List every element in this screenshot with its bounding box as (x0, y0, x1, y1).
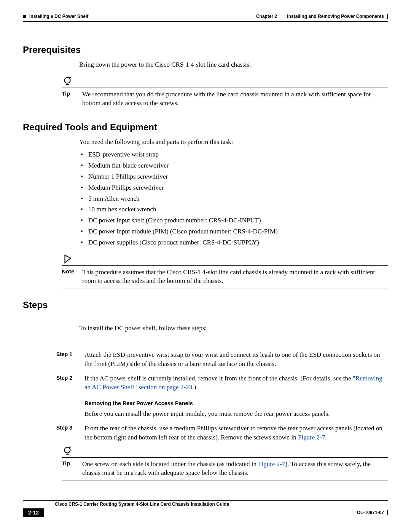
square-marker-icon (23, 15, 26, 18)
subsection-heading: Removing the Rear Power Access Panels (84, 399, 388, 407)
svg-point-3 (64, 447, 70, 453)
page-header: Installing a DC Power Shelf Chapter 2 In… (23, 14, 388, 19)
bar-marker-icon (387, 510, 388, 515)
step-3-text-a: From the rear of the chassis, use a medi… (84, 425, 382, 441)
step-row: Step 2 If the AC power shelf is currentl… (56, 374, 388, 419)
steps-heading: Steps (23, 300, 388, 310)
list-item: Medium Phillips screwdriver (79, 184, 388, 192)
step-2-text-b: .) (192, 383, 196, 391)
header-chapter-label: Chapter 2 (256, 14, 277, 19)
header-chapter-title: Installing and Removing Power Components (287, 14, 384, 19)
list-item: DC power input module (PIM) (Cisco produ… (79, 227, 388, 236)
prerequisites-heading: Prerequisites (23, 45, 388, 55)
tip-icon (62, 446, 73, 456)
steps-intro: To install the DC power shelf, follow th… (79, 324, 388, 333)
tip-callout: Tip We recommend that you do this proced… (62, 76, 388, 111)
tools-heading: Required Tools and Equipment (23, 122, 388, 133)
tools-intro: You need the following tools and parts t… (79, 138, 388, 147)
step-3-label: Step 3 (56, 424, 77, 442)
note-callout: Note This procedure assumes that the Cis… (62, 254, 388, 289)
tip-text: We recommend that you do this procedure … (82, 90, 388, 108)
step-1-text: Attach the ESD-preventive wrist strap to… (84, 350, 388, 369)
step-row: Step 3 From the rear of the chassis, use… (56, 424, 388, 442)
tip-2-text: One screw on each side is located under … (82, 460, 388, 478)
step-2-label: Step 2 (56, 374, 77, 419)
list-item: DC power supplies (Cisco product number:… (79, 238, 388, 247)
footer-guide-title: Cisco CRS-1 Carrier Routing System 4-Slo… (23, 501, 388, 507)
tip-label: Tip (62, 90, 75, 97)
doc-id-text: OL-10971-07 (357, 510, 384, 515)
link-figure-2-7[interactable]: Figure 2-7 (298, 434, 325, 441)
tip-callout-2: Tip One screw on each side is located un… (62, 446, 388, 481)
tip-2-label: Tip (62, 460, 75, 466)
step-1-label: Step 1 (56, 350, 77, 369)
bar-marker-icon (387, 14, 388, 19)
svg-line-2 (69, 77, 70, 78)
tip-2-text-a: One screw on each side is located under … (82, 460, 258, 468)
list-item: Number 1 Phillips screwdriver (79, 173, 388, 181)
step-row: Step 1 Attach the ESD-preventive wrist s… (56, 350, 388, 369)
step-2-text: If the AC power shelf is currently insta… (84, 374, 388, 419)
subsection-body: Before you can install the power input m… (84, 409, 388, 419)
svg-line-5 (69, 447, 70, 447)
step-3-text: From the rear of the chassis, use a medi… (84, 424, 388, 442)
list-item: 10 mm hex socket wrench (79, 205, 388, 214)
note-text: This procedure assumes that the Cisco CR… (82, 268, 388, 286)
link-figure-2-7-b[interactable]: Figure 2-7 (258, 460, 285, 468)
step-3-text-b: . (325, 434, 327, 441)
tip-icon (62, 76, 73, 86)
tools-list: ESD-preventive wrist strap Medium flat-b… (79, 150, 388, 247)
page-footer: Cisco CRS-1 Carrier Routing System 4-Slo… (23, 500, 388, 517)
page-number-badge: 2-12 (23, 508, 44, 517)
list-item: ESD-preventive wrist strap (79, 150, 388, 159)
header-left: Installing a DC Power Shelf (23, 14, 88, 19)
doc-id: OL-10971-07 (357, 510, 388, 515)
svg-point-0 (64, 77, 70, 83)
header-right: Chapter 2 Installing and Removing Power … (256, 14, 388, 19)
prerequisites-body: Bring down the power to the Cisco CRS-1 … (79, 61, 388, 69)
list-item: Medium flat-blade screwdriver (79, 161, 388, 170)
list-item: DC power input shelf (Cisco product numb… (79, 216, 388, 225)
note-label: Note (62, 268, 75, 275)
list-item: 5 mm Allen wrench (79, 195, 388, 203)
note-icon (62, 254, 73, 264)
header-rule (23, 21, 388, 22)
header-section-title: Installing a DC Power Shelf (29, 14, 88, 19)
step-2-text-a: If the AC power shelf is currently insta… (84, 375, 353, 382)
